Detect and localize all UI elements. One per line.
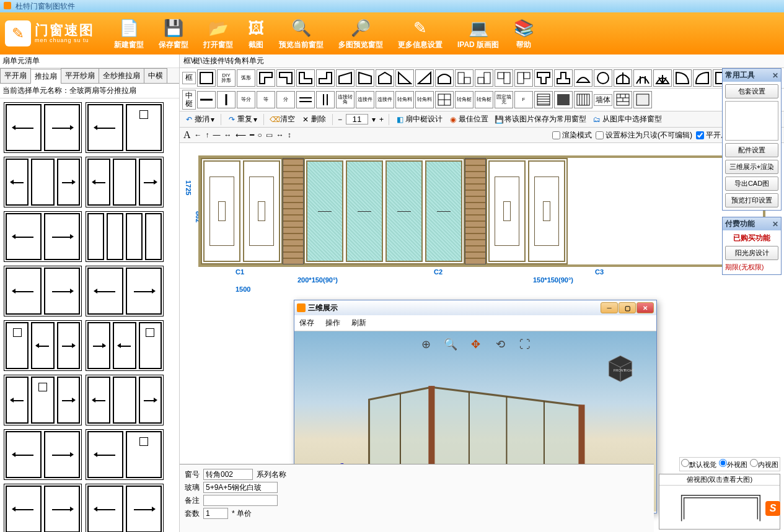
ipad-button[interactable]: 💻IPAD 版画图	[457, 17, 499, 50]
corner-conn[interactable]: 连接转角	[336, 91, 355, 108]
corner-mull1[interactable]: 转角梃	[455, 91, 473, 108]
help-button[interactable]: 📚帮助	[514, 17, 534, 50]
tab-casement[interactable]: 平开扇	[0, 68, 31, 83]
rect-tool[interactable]: ▭	[266, 131, 273, 139]
arrow-left-tool[interactable]: ←	[195, 131, 202, 139]
mullion-h[interactable]	[197, 91, 216, 108]
open-window-button[interactable]: 📂打开窗型	[203, 17, 233, 50]
thumb-item[interactable]	[4, 484, 82, 532]
shape-t1[interactable]	[534, 69, 553, 87]
shape-quarter2[interactable]	[693, 69, 711, 87]
fill-dots[interactable]	[554, 91, 573, 108]
shape-lstep2[interactable]	[475, 69, 493, 87]
close-icon[interactable]: ✕	[772, 220, 778, 229]
popup-operate[interactable]: 操作	[325, 318, 340, 328]
render-mode-check[interactable]: 渲染模式	[552, 130, 592, 141]
best-position-button[interactable]: ◉最佳位置	[447, 113, 490, 125]
clear-button[interactable]: ⌫清空	[269, 113, 296, 125]
arrow-left2-tool[interactable]: ⟵	[236, 131, 246, 139]
thumb-item[interactable]	[86, 266, 164, 316]
corner-mat2[interactable]: 转角料	[415, 91, 434, 108]
glass-input[interactable]	[203, 482, 278, 493]
minimap[interactable]: 俯视图(双击查看大图)	[659, 474, 780, 530]
wall-brick1[interactable]	[614, 91, 632, 108]
thumb-item[interactable]	[4, 266, 82, 316]
thumb-item[interactable]	[4, 429, 82, 480]
thumb-item[interactable]	[4, 211, 82, 262]
undo-button[interactable]: ↶撤消▾	[183, 113, 216, 125]
thumb-item[interactable]	[86, 375, 164, 425]
thumb-item[interactable]	[86, 157, 164, 207]
shape-tri1[interactable]	[395, 69, 414, 87]
shape-l3[interactable]	[296, 69, 315, 87]
shape-tri2[interactable]	[415, 69, 434, 87]
line-tool[interactable]: —	[213, 131, 221, 139]
shape-fan[interactable]	[653, 69, 672, 87]
tab-transom[interactable]: 中横	[144, 68, 167, 83]
cover-settings-button[interactable]: 包套设置	[725, 84, 778, 98]
redo-button[interactable]: ↷重复▾	[226, 113, 258, 125]
chevron-down-icon[interactable]: ▾	[372, 115, 376, 124]
text-tool[interactable]: A	[183, 129, 191, 141]
new-window-button[interactable]: 📄新建窗型	[114, 17, 144, 50]
fill-lines1[interactable]	[534, 91, 553, 108]
thumb-item[interactable]	[4, 320, 82, 371]
accessory-button[interactable]: 配件设置	[725, 143, 778, 157]
minus-button[interactable]: −	[338, 115, 342, 124]
shape-lstep4[interactable]	[514, 69, 533, 87]
s-badge-icon[interactable]: S	[765, 501, 780, 516]
shape-rect[interactable]	[197, 69, 216, 87]
shape-semi[interactable]	[574, 69, 592, 87]
outside-view-radio[interactable]: 外视图	[719, 459, 747, 469]
pan-icon[interactable]: ✥	[467, 336, 483, 352]
popup-save[interactable]: 保存	[299, 318, 314, 328]
connector2[interactable]: 连接件	[376, 91, 394, 108]
mid-design-button[interactable]: ◧扇中梃设计	[394, 113, 444, 125]
save-window-button[interactable]: 💾保存窗型	[159, 17, 188, 50]
delete-button[interactable]: ✕删除	[300, 113, 327, 125]
export-cad-button[interactable]: 导出CAD图	[725, 177, 778, 191]
thumb-item[interactable]	[86, 102, 164, 153]
corner-mat1[interactable]: 转角料	[395, 91, 414, 108]
shape-pent1[interactable]	[376, 69, 394, 87]
shape-diy[interactable]: DIY异形	[217, 69, 236, 87]
multi-preview-button[interactable]: 🔎多图预览窗型	[338, 17, 383, 50]
screenshot-button[interactable]: 🖼截图	[248, 17, 264, 50]
mullion-eq-h[interactable]: 等分	[237, 91, 255, 108]
shape-archtop[interactable]	[435, 69, 454, 87]
inside-view-radio[interactable]: 内视图	[750, 459, 778, 469]
tab-casement-screen[interactable]: 平开纱扇	[61, 68, 99, 83]
mullion-dbl-v[interactable]	[316, 91, 335, 108]
grid-pattern[interactable]	[435, 91, 454, 108]
shape-lstep3[interactable]	[495, 69, 513, 87]
line2-tool[interactable]: ━	[250, 131, 254, 139]
shape-arch2[interactable]	[614, 69, 632, 87]
wall-segment[interactable]	[283, 158, 304, 264]
more-settings-button[interactable]: ✎更多信息设置	[398, 17, 443, 50]
preview-button[interactable]: 🔍预览当前窗型	[279, 17, 324, 50]
shape-arc[interactable]: 弧形	[237, 69, 255, 87]
thumb-item[interactable]	[86, 429, 164, 480]
plus-button[interactable]: +	[379, 115, 384, 124]
3d-render-button[interactable]: 三维展示+渲染	[725, 160, 778, 174]
dim-angle1[interactable]: 200*150(90°)	[297, 276, 338, 284]
shape-t2[interactable]	[554, 69, 573, 87]
thumb-item[interactable]	[4, 375, 82, 425]
tab-screen-sliding[interactable]: 全纱推拉扇	[99, 68, 144, 83]
corner-mull2[interactable]: 转角梃	[475, 91, 493, 108]
mullion-split[interactable]: 分	[276, 91, 295, 108]
fullscreen-icon[interactable]: ⛶	[517, 336, 533, 352]
maximize-button[interactable]: ▢	[619, 302, 636, 313]
rotate-icon[interactable]: ⟲	[492, 336, 508, 352]
fixed-fill[interactable]: 固定填充	[495, 91, 513, 108]
wall-brick2[interactable]	[633, 91, 652, 108]
shape-circle[interactable]	[594, 69, 612, 87]
arrow-up-tool[interactable]: ↑	[206, 131, 209, 139]
readonly-check[interactable]: 设置标注为只读(不可编辑)	[596, 130, 692, 141]
shape-quarter1[interactable]	[673, 69, 692, 87]
qty-input[interactable]	[203, 508, 228, 519]
zoom-in-icon[interactable]: ⊕	[418, 336, 434, 352]
popup-header[interactable]: 三维展示 ─ ▢ ✕	[294, 300, 656, 315]
thumb-item[interactable]	[4, 157, 82, 207]
thumbnail-grid[interactable]	[0, 98, 179, 532]
